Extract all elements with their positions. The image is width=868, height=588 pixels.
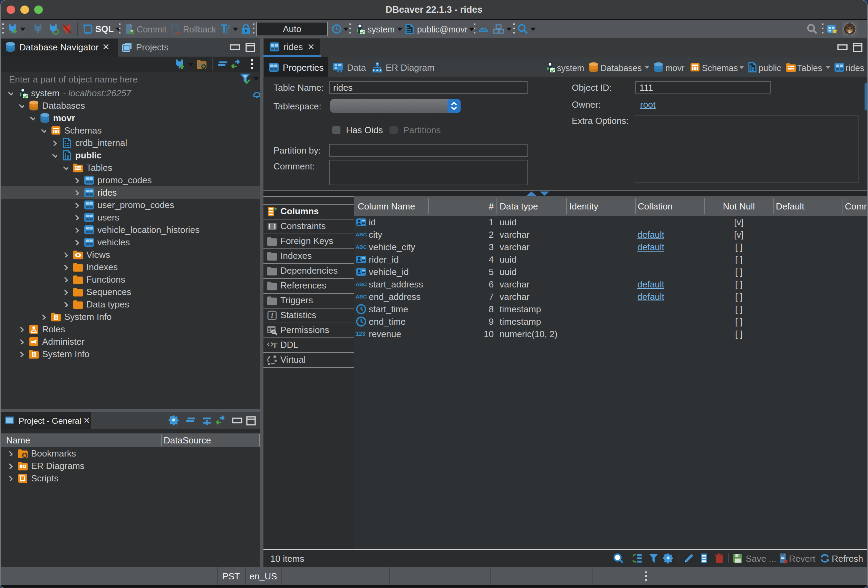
svg-text:T: T (272, 341, 277, 350)
svg-text:i: i (271, 312, 273, 319)
